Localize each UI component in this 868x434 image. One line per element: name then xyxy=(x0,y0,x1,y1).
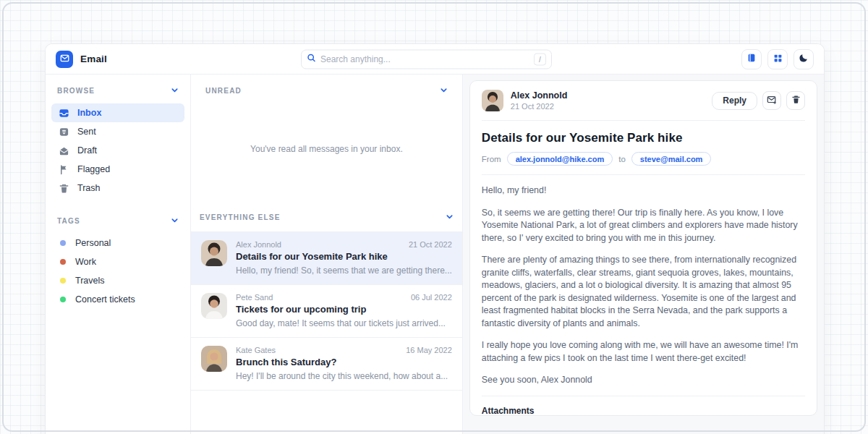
app-title: Email xyxy=(80,54,107,64)
envelope-icon xyxy=(60,53,69,66)
tag-label: Concert tickets xyxy=(75,294,135,305)
to-email-chip[interactable]: steve@mail.com xyxy=(631,152,712,166)
detail-header: Alex Jonnold 21 Oct 2022 Reply xyxy=(482,90,805,111)
email-subject: Brunch this Saturday? xyxy=(236,357,452,367)
sidebar-item-inbox[interactable]: Inbox xyxy=(51,103,184,122)
tag-dot-icon xyxy=(60,297,66,302)
email-date: 16 May 2022 xyxy=(406,346,452,354)
trash-icon xyxy=(791,95,801,106)
avatar xyxy=(201,293,227,319)
email-summary: Kate Gates 16 May 2022 Brunch this Satur… xyxy=(236,346,452,381)
app-content: BROWSE Inbox xyxy=(46,75,824,434)
sidebar-item-draft[interactable]: Draft xyxy=(51,141,184,160)
browse-collapse-button[interactable] xyxy=(171,85,179,96)
sidebar-item-sent[interactable]: Sent xyxy=(51,122,184,141)
detail-actions: Reply xyxy=(712,91,805,110)
detail-date: 21 Oct 2022 xyxy=(511,102,567,111)
email-summary: Pete Sand 06 Jul 2022 Tickets for our up… xyxy=(236,293,452,328)
tag-item-work[interactable]: Work xyxy=(51,252,184,271)
email-sender: Alex Jonnold xyxy=(236,240,281,249)
avatar xyxy=(201,346,227,372)
sidebar-item-label: Sent xyxy=(77,127,96,137)
tags-section-title: TAGS xyxy=(57,217,80,225)
draft-icon xyxy=(59,145,69,156)
sidebar-item-label: Draft xyxy=(77,145,97,156)
search-shortcut-badge: / xyxy=(534,53,546,65)
tag-dot-icon xyxy=(60,240,66,246)
browse-section-title: BROWSE xyxy=(57,87,95,95)
sidebar-item-flagged[interactable]: Flagged xyxy=(51,160,184,179)
chevron-down-icon xyxy=(171,216,179,226)
apps-grid-button[interactable] xyxy=(767,49,788,69)
tag-item-concert-tickets[interactable]: Concert tickets xyxy=(51,290,184,309)
email-list-item-kate[interactable]: Kate Gates 16 May 2022 Brunch this Satur… xyxy=(191,337,462,391)
chevron-down-icon xyxy=(440,85,448,96)
tags-nav: Personal Work Travels Concert ticke xyxy=(51,234,184,309)
email-paragraph: So, it seems we are getting there! Our t… xyxy=(482,207,805,245)
email-preview: Good day, mate! It seems that our ticket… xyxy=(236,318,452,328)
unread-section-header: UNREAD xyxy=(200,85,454,96)
sidebar-item-trash[interactable]: Trash xyxy=(51,179,184,197)
sidebar-item-label: Trash xyxy=(77,183,101,193)
email-body: Hello, my friend! So, it seems we are ge… xyxy=(482,184,805,387)
detail-sender-name: Alex Jonnold xyxy=(511,90,567,101)
tag-dot-icon xyxy=(60,259,66,265)
email-list-item-alex[interactable]: Alex Jonnold 21 Oct 2022 Details for our… xyxy=(191,231,462,284)
tags-section-header: TAGS xyxy=(51,216,184,226)
email-sender: Kate Gates xyxy=(236,346,276,354)
delete-mail-button[interactable] xyxy=(786,91,805,110)
browse-nav: Inbox Sent Draft xyxy=(51,103,184,197)
sidebar-item-label: Flagged xyxy=(77,164,110,174)
detail-subject: Details for our Yosemite Park hike xyxy=(482,131,805,145)
tag-item-travels[interactable]: Travels xyxy=(51,271,184,290)
email-date: 06 Jul 2022 xyxy=(411,293,452,302)
tag-item-personal[interactable]: Personal xyxy=(51,234,184,252)
unread-collapse-button[interactable] xyxy=(440,85,448,96)
unread-empty-message: You've read all messages in your inbox. xyxy=(200,96,454,202)
notebook-icon xyxy=(746,53,757,65)
divider xyxy=(482,120,805,121)
unread-section-title: UNREAD xyxy=(205,87,242,95)
trash-icon xyxy=(59,183,69,194)
to-label: to xyxy=(618,155,626,163)
email-paragraph: There are plenty of amazing things to se… xyxy=(482,254,805,330)
email-paragraph: Hello, my friend! xyxy=(482,184,805,197)
attachments-title: Attachments xyxy=(482,406,805,416)
email-list-item-pete[interactable]: Pete Sand 06 Jul 2022 Tickets for our up… xyxy=(191,284,462,337)
forward-mail-button[interactable] xyxy=(762,91,781,110)
unread-section: UNREAD You've read all messages in your … xyxy=(191,75,462,202)
sidebar-item-label: Inbox xyxy=(77,108,101,118)
chevron-down-icon xyxy=(446,212,454,223)
divider xyxy=(482,174,805,175)
tag-label: Personal xyxy=(75,238,111,248)
email-paragraph: See you soon, Alex Jonnold xyxy=(482,374,805,387)
search-input[interactable] xyxy=(320,54,529,64)
notebook-button[interactable] xyxy=(741,49,762,69)
sidebar: BROWSE Inbox xyxy=(46,75,191,434)
email-preview: Hello, my friend! So, it seems that we a… xyxy=(236,265,452,276)
app-logo xyxy=(56,51,73,68)
from-email-chip[interactable]: alex.jonnold@hike.com xyxy=(507,152,613,166)
everything-else-collapse-button[interactable] xyxy=(446,212,454,223)
email-sender: Pete Sand xyxy=(236,293,273,302)
email-preview: Hey! I'll be around the city this weeken… xyxy=(236,371,452,381)
tags-collapse-button[interactable] xyxy=(171,216,179,226)
email-subject: Details for our Yosemite Park hike xyxy=(236,251,452,262)
everything-else-title: EVERYTHING ELSE xyxy=(200,213,281,221)
email-paragraph: I really hope you love coming along with… xyxy=(482,339,805,365)
search-icon xyxy=(307,53,316,66)
avatar xyxy=(482,90,503,111)
tag-label: Work xyxy=(75,257,96,267)
dark-mode-button[interactable] xyxy=(793,49,814,69)
email-detail-card: Alex Jonnold 21 Oct 2022 Reply xyxy=(469,80,817,416)
page-background: Email / xyxy=(0,0,868,434)
reply-button[interactable]: Reply xyxy=(712,92,757,110)
sent-icon xyxy=(59,127,69,137)
app-header: Email / xyxy=(46,44,824,75)
search-bar[interactable]: / xyxy=(301,49,552,69)
email-summary: Alex Jonnold 21 Oct 2022 Details for our… xyxy=(236,240,452,276)
tags-section: TAGS Personal xyxy=(51,216,184,309)
detail-from-row: From alex.jonnold@hike.com to steve@mail… xyxy=(482,152,805,166)
email-detail-area: Alex Jonnold 21 Oct 2022 Reply xyxy=(463,75,824,434)
flag-icon xyxy=(59,164,69,175)
